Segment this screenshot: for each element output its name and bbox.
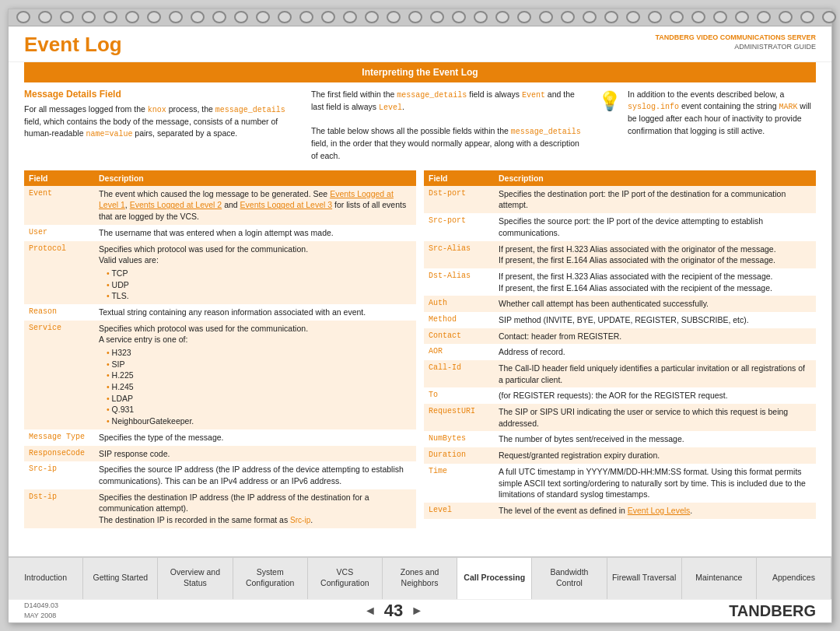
field-desc-dstip: Specifies the destination IP address (th… <box>94 489 416 528</box>
next-page-arrow[interactable]: ► <box>411 604 423 618</box>
table-row: Contact Contact: header from REGISTER. <box>424 328 816 345</box>
footer-page-nav: ◄ 43 ► <box>364 601 423 621</box>
table-row: To (for REGISTER requests): the AOR for … <box>424 387 816 404</box>
table-row: Service Specifies which protocol was use… <box>24 321 416 429</box>
spiral-ring <box>212 11 226 23</box>
spiral-ring <box>103 11 117 23</box>
spiral-ring <box>713 11 727 23</box>
field-desc-aor: Address of record. <box>494 344 816 360</box>
spiral-ring <box>343 11 357 23</box>
field-desc-srcport: Specifies the source port: the IP port o… <box>494 213 816 240</box>
spiral-ring <box>430 11 444 23</box>
spiral-ring <box>822 11 836 23</box>
section-heading: Message Details Field <box>24 89 299 100</box>
spiral-ring <box>38 11 52 23</box>
field-desc-duration: Request/granted registration expiry dura… <box>494 447 816 464</box>
table-row: AOR Address of record. <box>424 344 816 360</box>
spiral-ring <box>670 11 684 23</box>
tab-call-processing[interactable]: Call Processing <box>457 558 532 599</box>
field-desc-time: A full UTC timestamp in YYYY/MM/DD-HH:MM… <box>494 464 816 503</box>
page-number: 43 <box>384 601 403 621</box>
field-name-dstport: Dst-port <box>424 186 494 213</box>
table-row: Src-Alias If present, the first H.323 Al… <box>424 241 816 268</box>
field-name-callid: Call-Id <box>424 360 494 387</box>
table-row: NumBytes The number of bytes sent/receiv… <box>424 431 816 447</box>
link-level2[interactable]: Events Logged at Level 2 <box>130 200 222 209</box>
list-item: SIP <box>107 359 411 370</box>
spiral-ring <box>604 11 618 23</box>
field-desc-callid: The Call-ID header field uniquely identi… <box>494 360 816 387</box>
field-desc-srcip: Specifies the source IP address (the IP … <box>94 461 416 489</box>
field-name-responsecode: ResponseCode <box>24 446 94 462</box>
field-desc-level: The level of the event as defined in Eve… <box>494 503 816 519</box>
table-row: Auth Whether call attempt has been authe… <box>424 296 816 312</box>
lightbulb-icon: 💡 <box>598 90 621 112</box>
field-name-reason: Reason <box>24 304 94 321</box>
tip-text: In addition to the events described belo… <box>628 89 816 138</box>
table-row: Level The level of the event as defined … <box>424 503 816 519</box>
spiral-ring <box>408 11 422 23</box>
tab-vcs-config[interactable]: VCS Configuration <box>308 558 383 599</box>
table-row: Event The event which caused the log mes… <box>24 186 416 225</box>
page-title: Event Log <box>24 33 122 57</box>
field-desc-contact: Contact: header from REGISTER. <box>494 328 816 345</box>
spiral-ring <box>278 11 292 23</box>
spiral-binding <box>9 9 831 26</box>
list-item: UDP <box>107 279 411 291</box>
brand-tandberg: TANDBERG <box>655 33 696 41</box>
link-level3[interactable]: Events Logged at Level 3 <box>240 200 333 209</box>
spiral-ring <box>648 11 662 23</box>
spiral-ring <box>147 11 161 23</box>
left-table-container: Field Description Event The event which … <box>24 170 416 528</box>
table-row: Dst-ip Specifies the destination IP addr… <box>24 489 416 528</box>
field-name-auth: Auth <box>424 296 494 312</box>
spiral-ring <box>365 11 379 23</box>
spiral-ring <box>626 11 640 23</box>
list-item: LDAP <box>107 393 411 405</box>
spiral-ring <box>169 11 183 23</box>
table-row: Dst-Alias If present, the first H.323 Al… <box>424 268 816 296</box>
field-name-duration: Duration <box>424 447 494 464</box>
left-col-field: Field <box>24 170 94 186</box>
page-footer: D14049.03 MAY 2008 ◄ 43 ► TANDBERG <box>9 599 831 622</box>
table-row: Time A full UTC timestamp in YYYY/MM/DD-… <box>424 464 816 503</box>
tab-firewall-traversal[interactable]: Firewall Traversal <box>607 558 682 599</box>
tab-maintenance[interactable]: Maintenance <box>682 558 757 599</box>
field-name-dstalias: Dst-Alias <box>424 268 494 296</box>
field-name-time: Time <box>424 464 494 503</box>
field-desc-reason: Textual string containing any reason inf… <box>94 304 416 321</box>
field-name-service: Service <box>24 321 94 429</box>
field-name-protocol: Protocol <box>24 241 94 304</box>
field-desc-auth: Whether call attempt has been authentica… <box>494 296 816 312</box>
spiral-ring <box>452 11 466 23</box>
right-table-container: Field Description Dst-port Specifies the… <box>424 170 816 528</box>
spiral-ring <box>234 11 248 23</box>
field-desc-to: (for REGISTER requests): the AOR for the… <box>494 387 816 404</box>
field-name-requesturi: RequestURI <box>424 404 494 431</box>
link-event-log-levels[interactable]: Event Log Levels <box>628 506 691 515</box>
table-row: ResponseCode SIP response code. <box>24 446 416 462</box>
footer-doc-info: D14049.03 MAY 2008 <box>24 601 58 620</box>
field-name-numbytes: NumBytes <box>424 431 494 447</box>
tab-getting-started[interactable]: Getting Started <box>83 558 158 599</box>
tab-zones-neighbors[interactable]: Zones and Neighbors <box>383 558 457 599</box>
table-row: Message Type Specifies the type of the m… <box>24 429 416 446</box>
list-item: H323 <box>107 347 411 359</box>
tab-appendices[interactable]: Appendices <box>757 558 831 599</box>
list-item: Q.931 <box>107 404 411 415</box>
spiral-ring <box>800 11 814 23</box>
protocol-list: TCP UDP TLS. <box>99 268 411 302</box>
field-name-level: Level <box>424 503 494 519</box>
table-row: Src-port Specifies the source port: the … <box>424 213 816 240</box>
tab-system-config[interactable]: System Configuration <box>233 558 308 599</box>
field-name-aor: AOR <box>424 344 494 360</box>
tab-bandwidth-control[interactable]: Bandwidth Control <box>532 558 607 599</box>
tab-overview-status[interactable]: Overview and Status <box>158 558 233 599</box>
field-desc-protocol: Specifies which protocol was used for th… <box>94 241 416 304</box>
field-name-user: User <box>24 225 94 241</box>
field-name-contact: Contact <box>424 328 494 345</box>
prev-page-arrow[interactable]: ◄ <box>364 604 376 618</box>
field-name-event: Event <box>24 186 94 225</box>
tab-introduction[interactable]: Introduction <box>9 558 83 599</box>
doc-date: MAY 2008 <box>24 611 58 621</box>
